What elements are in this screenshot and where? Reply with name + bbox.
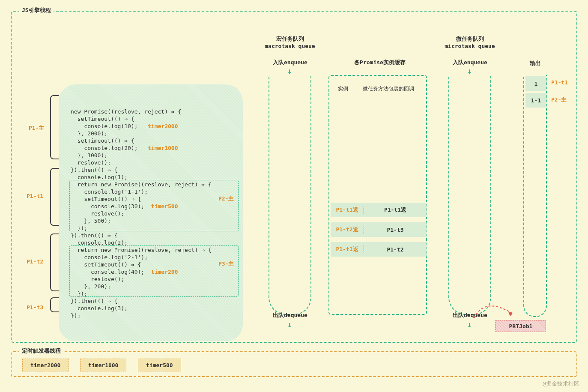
micro-enqueue-label: 入队enqueue — [453, 59, 487, 66]
label-p3main: P3-主 — [218, 260, 234, 268]
micro-title: 微任务队列microtask queue — [436, 35, 504, 50]
timer-thread-container: 定时触发器线程 timer2000 timer1000 timer500 — [11, 351, 577, 377]
watermark: @掘金技术社区 — [543, 380, 579, 388]
timer-pill: timer1000 — [80, 359, 126, 371]
cache-title: 各Promise实例缓存 — [341, 59, 418, 66]
p3-subbox — [69, 245, 239, 297]
cache-hdr-cb: 微任务方法包裹的回调 — [363, 85, 414, 93]
label-p1t3: P1-t3 — [27, 304, 43, 311]
output-cell: 1-1 — [525, 93, 546, 108]
timer-pill: timer2000 — [22, 359, 69, 371]
p2-subbox — [69, 180, 239, 231]
promise-cache-box: 实例 微任务方法包裹的回调 P1-t1返 P1-t1返 P1-t2返 P1-t3… — [328, 75, 427, 315]
output-cell: 1 — [525, 76, 546, 91]
bracket-p1t2 — [50, 233, 59, 291]
bracket-p1main — [50, 95, 59, 159]
cache-row: P1-t2返 P1-t3 — [331, 222, 427, 237]
prtjob-box: PRTJob1 — [495, 320, 546, 332]
js-engine-label: JS引擎线程 — [19, 6, 54, 14]
macro-title: 宏任务队列macrotask queue — [256, 35, 324, 50]
label-p1main: P1-主 — [29, 124, 44, 132]
label-p2main: P2-主 — [218, 195, 234, 203]
cache-row: P1-t1返 P1-t2 — [331, 242, 427, 257]
label-p1t2: P1-t2 — [27, 258, 43, 265]
macro-enqueue-arrow-icon: ↓ — [287, 66, 292, 75]
cache-row: P1-t1返 P1-t1返 — [331, 203, 427, 217]
bracket-p1t3 — [50, 297, 59, 312]
micro-enqueue-arrow-icon: ↓ — [467, 66, 472, 75]
micro-dequeue-arrow-icon: ↓ — [467, 320, 472, 329]
label-p1t1: P1-t1 — [27, 193, 43, 199]
microtask-queue — [448, 75, 491, 315]
bracket-p1t1 — [50, 168, 59, 226]
output-title: 输出 — [523, 60, 547, 67]
macro-enqueue-label: 入队enqueue — [273, 59, 307, 66]
macro-dequeue-label: 出队dequeue — [273, 311, 307, 319]
cache-hdr-inst: 实例 — [338, 85, 348, 93]
macrotask-queue — [269, 75, 311, 315]
timer-pill: timer500 — [138, 359, 181, 371]
output-source-label: P2-主 — [551, 96, 567, 104]
macro-dequeue-arrow-icon: ↓ — [287, 320, 292, 329]
js-engine-container: JS引擎线程 new Promise((reslove, reject) ⇒ {… — [11, 11, 577, 343]
output-column: 1 1-1 — [523, 75, 547, 317]
micro-to-prtjob-arrow-icon — [472, 292, 523, 322]
timer-thread-label: 定时触发器线程 — [19, 347, 63, 355]
code-block: new Promise((reslove, reject) ⇒ { setTim… — [59, 84, 243, 341]
output-source-label: P1-t1 — [551, 79, 568, 86]
